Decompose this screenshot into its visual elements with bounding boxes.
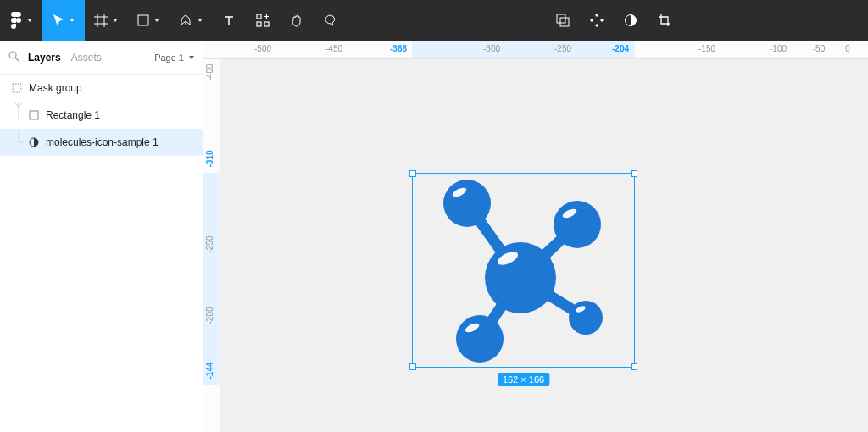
image-half-icon (29, 137, 39, 147)
ruler-tick: -50 (813, 44, 825, 53)
ruler-tick: -300 (483, 44, 500, 53)
chevron-down-icon (154, 19, 159, 22)
ruler-tick: -450 (326, 44, 342, 53)
svg-point-12 (9, 52, 16, 58)
resize-handle-ne[interactable] (631, 170, 637, 177)
svg-rect-10 (560, 18, 569, 26)
chevron-down-icon (27, 19, 32, 22)
ruler-tick: -500 (254, 44, 271, 53)
layer-label: Mask group (29, 82, 82, 94)
tree-guide-icon (12, 129, 25, 156)
tab-layers[interactable]: Layers (28, 52, 61, 64)
frame-tool[interactable] (85, 0, 127, 41)
ruler-tick: 0 (845, 44, 850, 53)
ruler-tick: -400 (205, 64, 214, 80)
chevron-down-icon (198, 19, 203, 22)
page-selector[interactable]: Page 1 (154, 53, 194, 63)
svg-rect-9 (557, 14, 565, 23)
crop-tool[interactable] (648, 0, 682, 41)
layer-molecules-image[interactable]: molecules-icon-sample 1 (0, 129, 203, 156)
mask-group-icon (12, 83, 22, 93)
svg-line-13 (15, 58, 19, 61)
ruler-tick: -250 (205, 235, 214, 252)
tree-guide-icon (12, 102, 25, 129)
svg-rect-5 (138, 15, 148, 25)
tab-assets[interactable]: Assets (71, 52, 102, 64)
ruler-tick: -144 (205, 362, 214, 379)
resize-handle-nw[interactable] (409, 170, 416, 177)
main-toolbar (0, 0, 868, 41)
page-selector-label: Page 1 (154, 53, 184, 63)
layer-label: molecules-icon-sample 1 (46, 136, 159, 148)
chevron-down-icon (113, 19, 118, 22)
resources-tool[interactable] (246, 0, 280, 41)
ruler-tick: -200 (205, 307, 214, 324)
mask-tool[interactable] (614, 0, 648, 41)
search-icon[interactable] (8, 51, 19, 64)
canvas[interactable]: 162 × 166 (220, 59, 868, 432)
boolean-tool[interactable] (546, 0, 580, 41)
layer-rectangle[interactable]: Rectangle 1 (0, 102, 203, 129)
hand-tool[interactable] (280, 0, 314, 41)
ruler-tick: -310 (205, 150, 214, 167)
ruler-tick: -366 (390, 44, 407, 53)
selection-bounds[interactable] (412, 173, 635, 368)
resize-handle-se[interactable] (631, 363, 637, 370)
horizontal-ruler[interactable]: -500-450-366-300-250-204-150-100-500 (220, 41, 868, 59)
comment-tool[interactable] (314, 0, 348, 41)
svg-rect-14 (13, 84, 21, 92)
figma-menu[interactable] (0, 0, 42, 41)
ruler-tick: -204 (612, 44, 629, 53)
chevron-down-icon (70, 19, 75, 22)
ruler-corner (203, 41, 220, 59)
ruler-selection-range (412, 41, 635, 58)
panel-header: Layers Assets Page 1 (0, 41, 203, 75)
layer-label: Rectangle 1 (46, 109, 100, 121)
layers-panel: Layers Assets Page 1 Mask group Rectangl… (0, 41, 203, 432)
rectangle-icon (29, 110, 39, 120)
move-tool[interactable] (42, 0, 85, 41)
components-tool[interactable] (580, 0, 614, 41)
svg-point-0 (16, 18, 21, 23)
svg-rect-8 (264, 22, 269, 26)
pen-tool[interactable] (170, 0, 212, 41)
ruler-tick: -150 (698, 44, 715, 53)
svg-rect-7 (257, 22, 261, 26)
vertical-ruler[interactable]: -400-310-250-200-144 (203, 59, 220, 432)
svg-rect-15 (30, 111, 38, 119)
svg-rect-6 (257, 14, 261, 19)
layer-mask-group[interactable]: Mask group (0, 75, 203, 102)
resize-handle-sw[interactable] (409, 363, 416, 370)
ruler-tick: -100 (770, 44, 787, 53)
ruler-selection-range (203, 173, 220, 385)
selection-size-badge: 162 × 166 (498, 373, 549, 386)
chevron-down-icon (189, 56, 194, 59)
ruler-tick: -250 (554, 44, 571, 53)
text-tool[interactable] (212, 0, 246, 41)
shape-tool[interactable] (127, 0, 170, 41)
